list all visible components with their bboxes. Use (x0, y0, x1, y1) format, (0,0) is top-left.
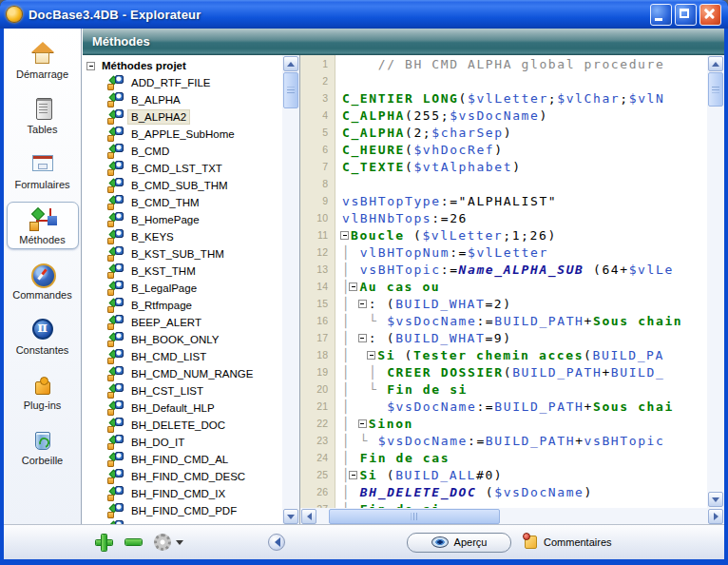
scroll-down-button[interactable] (708, 492, 723, 507)
method-item[interactable]: BH_FIND_CMD_DESC (83, 468, 282, 485)
tree-root-row[interactable]: Méthodes projet (83, 57, 282, 74)
method-item[interactable]: B_ALPHA2 (83, 108, 282, 126)
comments-toggle[interactable]: Commentaires (525, 525, 612, 559)
method-item[interactable]: ADD_RTF_FILE (83, 74, 282, 91)
options-menu-button[interactable] (154, 525, 183, 559)
editor-horizontal-scrollbar[interactable] (300, 508, 724, 525)
code-line[interactable]: 19│ │ CREER DOSSIER(BUILD_PATH+BUILD_ (300, 363, 707, 380)
code-line[interactable]: 15│ : (BUILD_WHAT=2) (300, 295, 707, 312)
scroll-up-button[interactable] (708, 56, 723, 71)
line-number: 25 (300, 469, 335, 480)
code-token: ) (504, 126, 512, 140)
minimize-button[interactable] (650, 4, 672, 26)
method-item[interactable]: BH_FIND_CMD_IX (83, 485, 282, 502)
scroll-up-button[interactable] (283, 56, 298, 71)
method-item[interactable]: BH_BOOK_ONLY (83, 331, 282, 348)
method-item[interactable]: B_KST_THM (83, 263, 282, 280)
code-line[interactable]: 20│ └ Fin de si (300, 380, 707, 398)
arrow-down-icon (287, 515, 295, 523)
code-editor[interactable]: 1 // BH CMD ALPHA global procedure23C_EN… (300, 55, 707, 508)
code-line[interactable]: 12│ vlBHTopNum:=$vlLetter (300, 244, 707, 261)
method-item[interactable]: BH_CMD_LIST (83, 348, 282, 365)
sidebar-item-formulaires[interactable]: Formulaires (7, 146, 79, 194)
method-item[interactable]: BH_CMD_NUM_RANGE (83, 365, 282, 382)
sidebar-item-tables[interactable]: Tables (7, 91, 79, 139)
code-line[interactable]: 22│ Sinon (300, 415, 707, 432)
code-line[interactable]: 4C_ALPHA(255;$vsDocName) (300, 107, 707, 124)
method-item[interactable]: BH_DO_IT (83, 434, 282, 451)
sidebar-item-d-marrage[interactable]: Démarrage (7, 36, 79, 84)
code-line[interactable]: 9vsBHTopType:="ALPHALIST" (300, 192, 707, 209)
code-line[interactable]: 14│Au cas ou (300, 278, 707, 295)
maximize-button[interactable] (675, 4, 697, 26)
code-line[interactable]: 21│ $vsDocName:=BUILD_PATH+Sous chai (300, 398, 707, 415)
method-item[interactable]: B_CMD_SUB_THM (83, 177, 282, 194)
code-line[interactable]: 25│Si (BUILD_ALL#0) (300, 466, 707, 483)
method-item[interactable]: B_LegalPage (83, 280, 282, 297)
method-item[interactable]: BH_DELETE_DOC (83, 417, 282, 434)
code-line[interactable]: 16│ └ $vsDocName:=BUILD_PATH+Sous chain (300, 312, 707, 329)
fold-toggle-icon[interactable] (358, 300, 367, 308)
method-item[interactable]: B_HomePage (83, 211, 282, 228)
fold-toggle-icon[interactable] (340, 231, 349, 240)
fold-toggle-icon[interactable] (367, 351, 375, 360)
preview-toggle[interactable]: Aperçu (407, 525, 511, 559)
method-item[interactable]: BH_Default_HLP (83, 399, 282, 417)
delete-method-button[interactable] (125, 525, 142, 559)
code-line[interactable]: 2 (300, 72, 707, 89)
method-item-label: BH_DO_IT (128, 436, 187, 449)
collapse-icon[interactable] (86, 62, 95, 70)
code-line[interactable]: 26│ BH_DELETE_DOC ($vsDocName) (300, 483, 707, 500)
sidebar-item-corbeille[interactable]: Corbeille (7, 422, 79, 470)
code-line[interactable]: 11Boucle ($vlLetter;1;26) (300, 226, 707, 244)
editor-vertical-scrollbar[interactable] (707, 55, 724, 508)
method-item[interactable]: BEEP_ALERT (83, 314, 282, 331)
method-item[interactable]: B_ALPHA (83, 91, 282, 108)
code-token: ( (584, 348, 592, 362)
sidebar-item-label: Constantes (16, 344, 69, 359)
code-line[interactable]: 13│ vsBHTopic:=Name_ALPHA_SUB (64+$vlLe (300, 261, 707, 278)
scroll-thumb[interactable] (329, 509, 500, 524)
sidebar-item-m-thodes[interactable]: Méthodes (7, 202, 79, 249)
method-item[interactable]: B_KST_SUB_THM (83, 245, 282, 263)
fold-toggle-icon[interactable] (349, 282, 357, 291)
sidebar-item-plug-ins[interactable]: Plug-ins (7, 367, 79, 415)
method-item[interactable]: B_Rtfmpage (83, 297, 282, 314)
code-line[interactable]: 18│ Si (Tester chemin acces(BUILD_PA (300, 346, 707, 363)
sidebar-item-commandes[interactable]: Commandes (7, 257, 79, 304)
code-line[interactable]: 23│ └ $vsDocName:=BUILD_PATH+vsBHTopic (300, 432, 707, 449)
method-item[interactable]: B_KEYS (83, 228, 282, 245)
scroll-thumb[interactable] (708, 72, 723, 107)
scroll-right-button[interactable] (708, 509, 723, 524)
method-item[interactable]: BH_FIND_CMD_AL (83, 451, 282, 468)
method-item[interactable]: B_CMD (83, 143, 282, 160)
code-line[interactable]: 24│ Fin de cas (300, 449, 707, 466)
code-line[interactable]: 1 // BH CMD ALPHA global procedure (300, 55, 707, 72)
method-list-scrollbar[interactable] (282, 55, 299, 525)
code-line-text: C_TEXTE($vtAlphabet) (335, 160, 522, 174)
sidebar-item-constantes[interactable]: Constantes (7, 312, 79, 360)
code-line[interactable]: 3C_ENTIER LONG($vlLetter;$vlChar;$vlN (300, 89, 707, 107)
code-line[interactable]: 17│ : (BUILD_WHAT=9) (300, 329, 707, 346)
fold-toggle-icon[interactable] (358, 419, 367, 428)
code-token: Au cas ou (359, 280, 440, 294)
collapse-panel-button[interactable] (268, 525, 285, 559)
method-item[interactable]: BH_CST_LIST (83, 382, 282, 399)
fold-toggle-icon[interactable] (349, 471, 357, 479)
code-line[interactable]: 8 (300, 175, 707, 192)
scroll-left-button[interactable] (301, 509, 316, 524)
scroll-thumb[interactable] (283, 72, 298, 108)
scroll-down-button[interactable] (283, 509, 298, 524)
code-line[interactable]: 7C_TEXTE($vtAlphabet) (300, 158, 707, 175)
method-item[interactable]: B_CMD_LST_TXT (83, 160, 282, 177)
fold-toggle-icon[interactable] (358, 334, 367, 342)
method-item[interactable]: BH_FIND_CMD_PDF (83, 502, 282, 519)
add-method-button[interactable] (96, 525, 112, 559)
code-line[interactable]: 5C_ALPHA(2;$charSep) (300, 124, 707, 141)
code-line[interactable]: 27│ Fin de si (300, 500, 707, 508)
method-item[interactable]: B_APPLE_SubHome (83, 126, 282, 143)
method-item[interactable]: B_CMD_THM (83, 194, 282, 211)
code-line[interactable]: 6C_HEURE($vhDocRef) (300, 141, 707, 158)
code-line[interactable]: 10vlBHNbTops:=26 (300, 209, 707, 226)
close-button[interactable] (699, 4, 721, 26)
